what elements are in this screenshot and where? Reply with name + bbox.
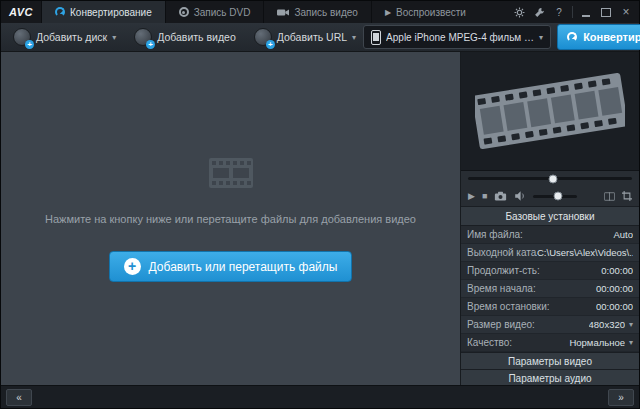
add-video-icon: +	[134, 28, 152, 46]
settings-gear-button[interactable]	[509, 1, 529, 23]
mute-speaker-button[interactable]	[514, 191, 526, 201]
video-size-select[interactable]: 480x320	[589, 319, 625, 330]
tab-burn-dvd[interactable]: Запись DVD	[165, 1, 264, 23]
convert-arrows-icon	[567, 32, 577, 42]
setting-row-stop-time: Время остановки: 00:00:00	[461, 298, 639, 316]
stop-time-value[interactable]: 00:00:00	[596, 301, 633, 312]
play-button[interactable]: ▶	[468, 191, 475, 201]
expand-right-button[interactable]: »	[608, 389, 634, 406]
film-preview-image	[475, 68, 625, 154]
seek-slider[interactable]	[468, 177, 632, 180]
content-area: Нажмите на кнопку ниже или перетащите фа…	[1, 52, 639, 385]
snapshot-camera-button[interactable]	[494, 191, 507, 201]
setting-row-start-time: Время начала: 00:00:00	[461, 280, 639, 298]
setting-label: Размер видео:	[467, 319, 589, 330]
titlebar-separator	[572, 6, 573, 18]
quality-select[interactable]: Нормальное	[569, 337, 625, 348]
stop-button[interactable]: ■	[482, 191, 487, 201]
convert-button-label: Конвертировать!	[583, 31, 640, 43]
dvd-disc-icon	[179, 7, 189, 17]
main-tabs: Конвертирование Запись DVD Запись видео …	[41, 1, 479, 23]
chevron-down-icon: ▾	[112, 33, 116, 42]
titlebar: AVC Конвертирование Запись DVD Запись ви…	[1, 1, 639, 23]
film-strip-icon	[208, 155, 254, 191]
filename-value[interactable]: Auto	[613, 229, 633, 240]
add-url-button[interactable]: + Добавить URL ▾	[247, 24, 363, 50]
close-button[interactable]: ×	[616, 1, 636, 23]
minimize-button[interactable]	[576, 1, 596, 23]
setting-label: Время начала:	[467, 283, 596, 294]
add-disc-icon: +	[13, 28, 31, 46]
audio-params-button[interactable]: Параметры аудио	[461, 369, 639, 386]
add-files-button[interactable]: + Добавить или перетащить файлы	[109, 251, 353, 282]
tab-playback[interactable]: ▶ Воспроизвести	[371, 1, 479, 23]
window-controls: ? ×	[509, 1, 639, 23]
sidebar: ▶ ■ Базовые установки	[461, 52, 639, 385]
volume-slider[interactable]	[533, 195, 577, 198]
setting-label: Время остановки:	[467, 301, 596, 312]
chevron-down-icon: ▾	[629, 320, 633, 329]
minimize-icon	[582, 15, 590, 17]
seek-slider-handle[interactable]	[549, 174, 558, 183]
convert-arrows-icon	[55, 7, 65, 17]
add-video-button[interactable]: + Добавить видео	[127, 24, 243, 50]
collapse-left-button[interactable]: «	[6, 389, 32, 406]
plus-circle-icon: +	[124, 258, 141, 275]
tab-burn-dvd-label: Запись DVD	[194, 7, 251, 18]
maximize-icon	[601, 8, 611, 17]
setting-row-filename: Имя файла: Auto	[461, 226, 639, 244]
tools-wrench-button[interactable]	[529, 1, 549, 23]
plus-badge-icon: +	[25, 40, 34, 49]
chevron-down-icon: ▾	[539, 33, 543, 42]
tab-convert[interactable]: Конвертирование	[41, 1, 165, 23]
tab-record-video-label: Запись видео	[294, 7, 357, 18]
convert-button[interactable]: Конвертировать!	[557, 24, 640, 50]
app-logo: AVC	[1, 1, 41, 23]
device-phone-icon	[371, 30, 381, 45]
playback-controls: ▶ ■	[461, 186, 639, 206]
tab-record-video[interactable]: Запись видео	[263, 1, 370, 23]
video-camera-icon	[277, 8, 289, 17]
tab-playback-label: Воспроизвести	[396, 7, 466, 18]
help-button[interactable]: ?	[549, 1, 569, 23]
setting-label: Выходной каталог:	[467, 247, 537, 258]
output-dir-value[interactable]: C:\Users\Alex\Videos\...	[537, 247, 633, 258]
setting-label: Имя файла:	[467, 229, 613, 240]
start-time-value[interactable]: 00:00:00	[596, 283, 633, 294]
add-video-label: Добавить видео	[157, 31, 236, 43]
playback-icon: ▶	[385, 8, 391, 17]
app-window: AVC Конвертирование Запись DVD Запись ви…	[0, 0, 640, 409]
add-disc-button[interactable]: + Добавить диск ▾	[6, 24, 123, 50]
seek-row	[461, 171, 639, 186]
maximize-button[interactable]	[596, 1, 616, 23]
add-url-label: Добавить URL	[277, 31, 347, 43]
volume-slider-handle[interactable]	[553, 192, 562, 201]
setting-row-quality: Качество: Нормальное ▾	[461, 334, 639, 352]
setting-row-video-size: Размер видео: 480x320 ▾	[461, 316, 639, 334]
output-format-select[interactable]: Apple iPhone MPEG-4 фильм (*.mp4) ▾	[363, 25, 551, 49]
compare-view-button[interactable]	[604, 192, 615, 201]
add-url-icon: +	[254, 28, 272, 46]
drop-hint-text: Нажмите на кнопку ниже или перетащите фа…	[45, 213, 416, 225]
settings-list: Имя файла: Auto Выходной каталог: C:\Use…	[461, 226, 639, 352]
setting-row-output-dir: Выходной каталог: C:\Users\Alex\Videos\.…	[461, 244, 639, 262]
toolbar: + Добавить диск ▾ + Добавить видео + Доб…	[1, 23, 639, 52]
chevron-down-icon: ▾	[629, 338, 633, 347]
setting-label: Продолжит-сть:	[467, 265, 601, 276]
preview-panel	[461, 52, 639, 171]
video-drop-zone[interactable]: Нажмите на кнопку ниже или перетащите фа…	[1, 52, 461, 385]
crop-button[interactable]	[622, 191, 632, 201]
chevron-down-icon: ▾	[352, 33, 356, 42]
add-disc-label: Добавить диск	[36, 31, 107, 43]
basic-settings-header: Базовые установки	[461, 206, 639, 226]
video-params-button[interactable]: Параметры видео	[461, 352, 639, 369]
tab-convert-label: Конвертирование	[70, 7, 152, 18]
output-format-value: Apple iPhone MPEG-4 фильм (*.mp4)	[386, 32, 534, 43]
duration-value: 0:00:00	[601, 265, 633, 276]
plus-badge-icon: +	[266, 40, 275, 49]
setting-label: Качество:	[467, 337, 569, 348]
add-files-button-label: Добавить или перетащить файлы	[149, 260, 338, 274]
bottom-bar: « »	[1, 385, 639, 408]
plus-badge-icon: +	[146, 40, 155, 49]
setting-row-duration: Продолжит-сть: 0:00:00	[461, 262, 639, 280]
